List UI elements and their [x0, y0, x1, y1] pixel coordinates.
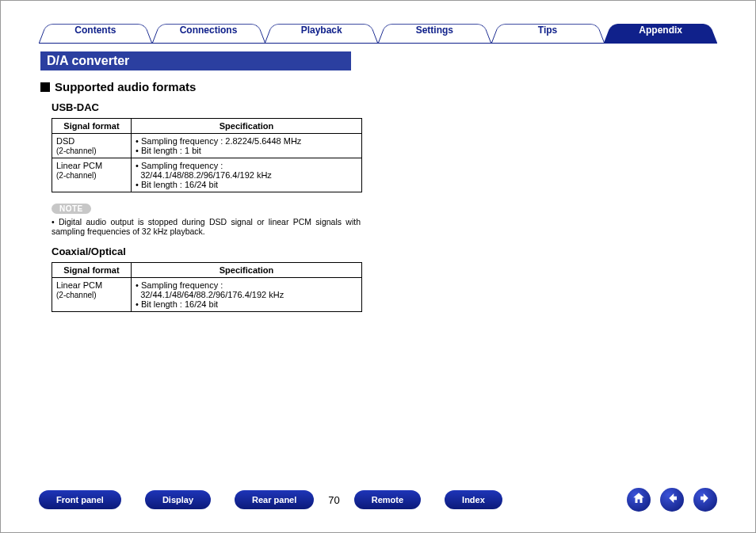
- section-title-bar: D/A converter: [40, 51, 351, 70]
- table-row: Linear PCM (2-channel) Sampling frequenc…: [52, 278, 362, 312]
- content-column: Supported audio formats USB-DAC Signal f…: [40, 80, 373, 318]
- table-header: Specification: [132, 119, 362, 134]
- spec-line: Bit length : 16/24 bit: [136, 180, 357, 189]
- table-header: Signal format: [52, 263, 132, 278]
- display-button[interactable]: Display: [145, 490, 211, 509]
- coax-table: Signal format Specification Linear PCM (…: [52, 262, 362, 312]
- remote-button[interactable]: Remote: [354, 490, 421, 509]
- index-button[interactable]: Index: [445, 490, 502, 509]
- signal-format: Linear PCM: [56, 280, 102, 290]
- section-title: D/A converter: [47, 54, 129, 67]
- spec-line: Sampling frequency : 32/44.1/48/88.2/96/…: [136, 161, 357, 180]
- tab-settings[interactable]: Settings: [378, 20, 491, 43]
- signal-format: Linear PCM: [56, 161, 102, 170]
- spec-line: Sampling frequency : 2.8224/5.6448 MHz: [136, 136, 357, 146]
- usb-dac-heading: USB-DAC: [52, 101, 373, 113]
- square-bullet-icon: [40, 82, 50, 92]
- tab-tips[interactable]: Tips: [491, 20, 605, 43]
- arrow-right-icon: [698, 491, 712, 508]
- tab-contents[interactable]: Contents: [39, 20, 152, 43]
- signal-format: DSD: [56, 136, 74, 146]
- coax-heading: Coaxial/Optical: [52, 246, 373, 257]
- subsection-heading: Supported audio formats: [40, 80, 373, 93]
- table-header: Specification: [132, 263, 362, 278]
- home-button[interactable]: [627, 488, 651, 512]
- usb-dac-table: Signal format Specification DSD (2-chann…: [52, 118, 362, 192]
- tab-connections[interactable]: Connections: [152, 20, 265, 43]
- table-row: DSD (2-channel) Sampling frequency : 2.8…: [52, 134, 362, 158]
- spec-line: Sampling frequency : 32/44.1/48/64/88.2/…: [136, 280, 357, 299]
- footer-nav: Front panel Display Rear panel 70 Remote…: [39, 486, 717, 513]
- subsection-heading-text: Supported audio formats: [55, 80, 196, 93]
- tab-appendix[interactable]: Appendix: [604, 20, 717, 43]
- home-icon: [632, 491, 646, 508]
- note-text: Digital audio output is stopped during D…: [52, 217, 361, 236]
- page-number: 70: [314, 494, 353, 506]
- spec-line: Bit length : 1 bit: [136, 146, 357, 155]
- arrow-left-icon: [665, 491, 679, 508]
- prev-page-button[interactable]: [660, 488, 684, 512]
- table-row: Linear PCM (2-channel) Sampling frequenc…: [52, 158, 362, 192]
- spec-line: Bit length : 16/24 bit: [136, 299, 357, 309]
- signal-format-sub: (2-channel): [56, 291, 97, 299]
- table-header: Signal format: [52, 119, 132, 134]
- tab-playback[interactable]: Playback: [265, 20, 378, 43]
- signal-format-sub: (2-channel): [56, 171, 97, 180]
- next-page-button[interactable]: [693, 488, 717, 512]
- note-badge: NOTE: [52, 204, 91, 214]
- rear-panel-button[interactable]: Rear panel: [235, 490, 314, 509]
- signal-format-sub: (2-channel): [56, 147, 97, 155]
- top-tabstrip: Contents Connections Playback Settings T…: [39, 20, 717, 44]
- front-panel-button[interactable]: Front panel: [39, 490, 121, 509]
